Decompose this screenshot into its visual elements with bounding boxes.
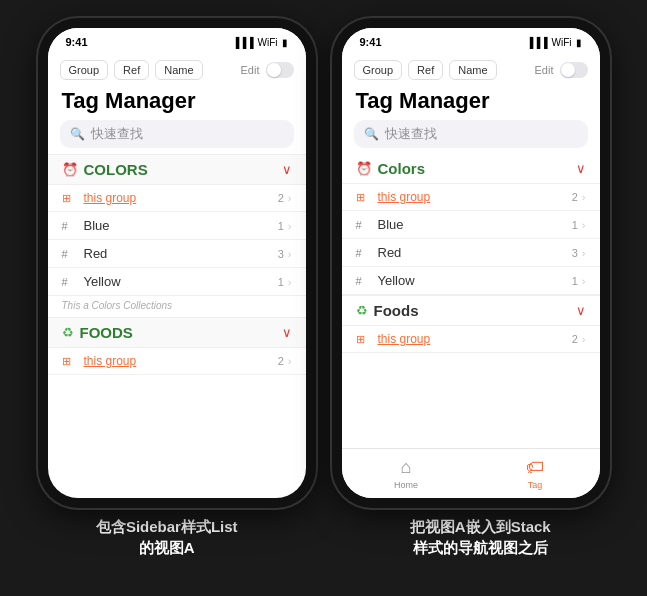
colors-chevron-a: ∨ <box>282 162 292 177</box>
list-item-a-colors-1[interactable]: # Blue 1 › <box>48 212 306 240</box>
list-item-a-foods-0[interactable]: ⊞ this group 2 › <box>48 348 306 375</box>
section-header-colors-b[interactable]: ⏰ Colors ∨ <box>342 154 600 184</box>
ref-btn-a[interactable]: Ref <box>114 60 149 80</box>
toolbar-right-a: Edit <box>241 62 294 78</box>
toolbar-right-b: Edit <box>535 62 588 78</box>
colors-chevron-b: ∨ <box>576 161 586 176</box>
search-icon-a: 🔍 <box>70 127 85 141</box>
blue-chevron-b: › <box>582 219 586 231</box>
foods-chevron-a: ∨ <box>282 325 292 340</box>
list-item-b-colors-3[interactable]: # Yellow 1 › <box>342 267 600 295</box>
red-label-a: Red <box>84 246 278 261</box>
search-bar-b[interactable]: 🔍 快速查找 <box>354 120 588 148</box>
group-icon-a-f0: ⊞ <box>62 355 78 368</box>
foods-section-text-b: Foods <box>374 302 419 319</box>
colors-section-icon-a: ⏰ <box>62 162 78 177</box>
section-header-left-colors-b: ⏰ Colors <box>356 160 426 177</box>
colors-section-icon-b: ⏰ <box>356 161 372 176</box>
list-item-a-colors-0[interactable]: ⊞ this group 2 › <box>48 185 306 212</box>
hash-icon-b-1: # <box>356 219 372 231</box>
tab-bar-b: ⌂ Home 🏷 Tag <box>342 448 600 498</box>
list-item-b-colors-2[interactable]: # Red 3 › <box>342 239 600 267</box>
status-bar-b: 9:41 ▐▐▐ WiFi ▮ <box>342 28 600 56</box>
toolbar-left-a: Group Ref Name <box>60 60 203 80</box>
colors-section-text-b: Colors <box>378 160 426 177</box>
foods-section-text-a: FOODS <box>80 324 133 341</box>
foods-group-count-a: 2 <box>278 355 284 367</box>
phone-b: 9:41 ▐▐▐ WiFi ▮ Group Ref Name Edit <box>332 18 610 508</box>
list-item-a-colors-2[interactable]: # Red 3 › <box>48 240 306 268</box>
yellow-label-b: Yellow <box>378 273 572 288</box>
caption-b: 把视图A嵌入到Stack样式的导航视图之后 <box>332 508 630 562</box>
group-icon-b-f0: ⊞ <box>356 333 372 346</box>
yellow-count-a: 1 <box>278 276 284 288</box>
group-label-a-0[interactable]: this group <box>84 191 278 205</box>
toolbar-b: Group Ref Name Edit <box>342 56 600 84</box>
wifi-icon: WiFi <box>258 37 278 48</box>
section-header-left-foods-a: ♻ FOODS <box>62 324 133 341</box>
blue-label-b: Blue <box>378 217 572 232</box>
section-header-foods-b[interactable]: ♻ Foods ∨ <box>342 295 600 326</box>
status-bar-a: 9:41 ▐▐▐ WiFi ▮ <box>48 28 306 56</box>
toggle-b[interactable] <box>560 62 588 78</box>
section-header-foods-a[interactable]: ♻ FOODS ∨ <box>48 317 306 348</box>
yellow-count-b: 1 <box>572 275 578 287</box>
toggle-a[interactable] <box>266 62 294 78</box>
foods-group-chevron-b: › <box>582 333 586 345</box>
red-chevron-b: › <box>582 247 586 259</box>
tab-home-b[interactable]: ⌂ Home <box>342 449 471 498</box>
group-btn-b[interactable]: Group <box>354 60 403 80</box>
foods-chevron-b: ∨ <box>576 303 586 318</box>
name-btn-a[interactable]: Name <box>155 60 202 80</box>
blue-count-b: 1 <box>572 219 578 231</box>
hash-icon-b-2: # <box>356 247 372 259</box>
ref-btn-b[interactable]: Ref <box>408 60 443 80</box>
screen-title-a: Tag Manager <box>48 84 306 116</box>
phones-row: 9:41 ▐▐▐ WiFi ▮ Group Ref Name Edit <box>20 0 628 508</box>
section-header-left-colors-a: ⏰ COLORS <box>62 161 148 178</box>
foods-group-label-b[interactable]: this group <box>378 332 572 346</box>
blue-count-a: 1 <box>278 220 284 232</box>
group-chevron-a-0: › <box>288 192 292 204</box>
group-count-b-0: 2 <box>572 191 578 203</box>
foods-section-icon-b: ♻ <box>356 303 368 318</box>
foods-group-chevron-a: › <box>288 355 292 367</box>
yellow-chevron-b: › <box>582 275 586 287</box>
search-bar-a[interactable]: 🔍 快速查找 <box>60 120 294 148</box>
section-header-colors-a[interactable]: ⏰ COLORS ∨ <box>48 154 306 185</box>
phone-a-screen: 9:41 ▐▐▐ WiFi ▮ Group Ref Name Edit <box>48 28 306 498</box>
toolbar-a: Group Ref Name Edit <box>48 56 306 84</box>
group-icon-b-0: ⊞ <box>356 191 372 204</box>
group-label-b-0[interactable]: this group <box>378 190 572 204</box>
foods-section-icon-a: ♻ <box>62 325 74 340</box>
red-label-b: Red <box>378 245 572 260</box>
foods-group-count-b: 2 <box>572 333 578 345</box>
phone-a: 9:41 ▐▐▐ WiFi ▮ Group Ref Name Edit <box>38 18 316 508</box>
list-item-b-colors-1[interactable]: # Blue 1 › <box>342 211 600 239</box>
caption-a: 包含Sidebar样式List的视图A <box>18 508 316 562</box>
status-icons-b: ▐▐▐ WiFi ▮ <box>526 37 581 48</box>
edit-label-b: Edit <box>535 64 554 76</box>
list-content-a: ⏰ COLORS ∨ ⊞ this group 2 › # Blue 1 <box>48 154 306 498</box>
group-count-a-0: 2 <box>278 192 284 204</box>
status-time-b: 9:41 <box>360 36 382 48</box>
colors-note-a: This a Colors Collections <box>48 296 306 317</box>
red-chevron-a: › <box>288 248 292 260</box>
foods-group-label-a[interactable]: this group <box>84 354 278 368</box>
tab-tag-b[interactable]: 🏷 Tag <box>471 449 600 498</box>
list-item-a-colors-3[interactable]: # Yellow 1 › <box>48 268 306 296</box>
toolbar-left-b: Group Ref Name <box>354 60 497 80</box>
search-placeholder-a: 快速查找 <box>91 125 143 143</box>
group-icon-a-0: ⊞ <box>62 192 78 205</box>
group-btn-a[interactable]: Group <box>60 60 109 80</box>
tag-tab-icon-b: 🏷 <box>526 457 544 478</box>
list-item-b-colors-0[interactable]: ⊞ this group 2 › <box>342 184 600 211</box>
hash-icon-a-2: # <box>62 248 78 260</box>
list-item-b-foods-0[interactable]: ⊞ this group 2 › <box>342 326 600 353</box>
group-chevron-b-0: › <box>582 191 586 203</box>
signal-icon: ▐▐▐ <box>232 37 253 48</box>
colors-section-text-a: COLORS <box>84 161 148 178</box>
signal-icon-b: ▐▐▐ <box>526 37 547 48</box>
search-placeholder-b: 快速查找 <box>385 125 437 143</box>
name-btn-b[interactable]: Name <box>449 60 496 80</box>
